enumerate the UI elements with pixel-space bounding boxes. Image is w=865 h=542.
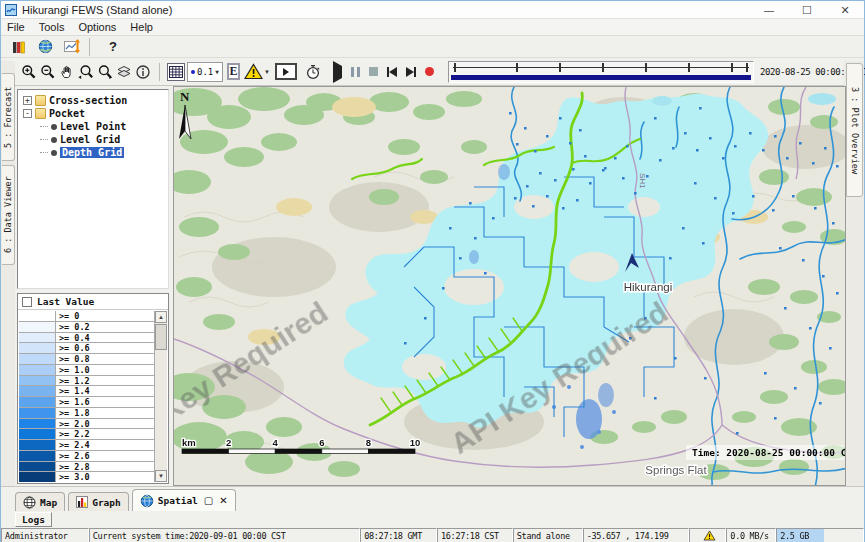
grid-display-icon[interactable] — [167, 63, 185, 81]
legend-row: >= 1.0 — [19, 365, 154, 376]
tree-item-pocket[interactable]: - Pocket — [18, 107, 168, 120]
slider-range-bar — [451, 75, 751, 80]
tab-data-viewer[interactable]: 6 : Data Viewer — [2, 165, 15, 265]
node-bullet-icon — [51, 137, 57, 143]
tab-spatial[interactable]: Spatial ▢ ✕ — [132, 489, 236, 511]
zoom-next-icon[interactable] — [95, 62, 114, 82]
wire-globe-icon — [23, 496, 36, 509]
animation-dialog-icon[interactable] — [275, 63, 297, 80]
legend-row: >= 2.6 — [19, 451, 154, 462]
slider-start-handle[interactable] — [454, 63, 456, 72]
filter-tree: + Cross-section - Pocket Level Point Lev… — [17, 89, 169, 289]
title-bar: Hikurangi FEWS (Stand alone) — ☐ ✕ — [1, 1, 864, 19]
status-memory: 2.5 GB — [776, 528, 864, 542]
grid-interval-dropdown[interactable]: 0.1 ▼ — [187, 62, 223, 82]
pause-button[interactable] — [351, 67, 360, 77]
status-user: Administrator — [1, 528, 89, 542]
legend-row: >= 2.4 — [19, 440, 154, 451]
last-value-label: Last Value — [37, 296, 94, 307]
window-title: Hikurangi FEWS (Stand alone) — [22, 4, 172, 16]
app-window: Hikurangi FEWS (Stand alone) — ☐ ✕ File … — [0, 0, 865, 542]
tab-graph[interactable]: Graph — [68, 492, 129, 511]
thresholds-dropdown[interactable]: ▼ — [244, 63, 270, 80]
app-icon — [5, 4, 17, 16]
map-globe-icon[interactable] — [36, 37, 55, 57]
bar-chart-icon — [76, 496, 88, 508]
timeseries-dialog-icon[interactable] — [63, 37, 82, 57]
warning-triangle-icon — [244, 63, 263, 80]
menu-bar: File Tools Options Help — [1, 19, 864, 36]
status-gmt-time: 08:27:18 GMT — [360, 528, 437, 542]
skip-to-start-button[interactable] — [387, 67, 397, 77]
tab-plot-overview[interactable]: 3 : Plot Overview — [846, 63, 863, 197]
tree-item-level-point[interactable]: Level Point — [18, 120, 168, 133]
stop-button[interactable] — [369, 67, 378, 76]
legend-row: >= 0 — [19, 311, 154, 322]
place-label-hikurangi: Hikurangi — [624, 281, 673, 293]
tree-item-cross-section[interactable]: + Cross-section — [18, 94, 168, 107]
skip-to-end-button[interactable] — [406, 67, 416, 77]
logs-button[interactable]: Logs — [15, 512, 52, 527]
status-bar: Administrator Current system time:2020-0… — [1, 528, 864, 542]
maximize-button[interactable]: ☐ — [788, 1, 826, 19]
legend-row: >= 0.8 — [19, 354, 154, 365]
map-time-overlay: Time: 2020-08-25 00:00:00 CST — [686, 445, 846, 460]
legend-row: >= 0.6 — [19, 343, 154, 354]
pan-hand-icon[interactable] — [57, 62, 76, 82]
time-slider[interactable] — [448, 61, 754, 83]
info-icon[interactable] — [133, 62, 152, 82]
help-icon[interactable]: ? — [109, 39, 117, 54]
tab-map[interactable]: Map — [15, 492, 65, 511]
legend-row: >= 1.8 — [19, 408, 154, 419]
menu-file[interactable]: File — [7, 21, 25, 33]
folder-icon — [35, 108, 46, 119]
scroll-up-icon[interactable]: ▲ — [155, 311, 167, 323]
record-button[interactable] — [425, 67, 434, 76]
scroll-thumb[interactable] — [155, 324, 167, 350]
legend-panel: Last Value >= 0 >= 0.2 >= 0.4 >= 0.6 >= … — [17, 293, 169, 484]
legend-row: >= 1.6 — [19, 397, 154, 408]
right-tab-strip: 3 : Plot Overview — [844, 61, 864, 486]
svg-text:10: 10 — [410, 437, 421, 448]
left-tab-strip: 5 : Forecast 6 : Data Viewer — [1, 61, 15, 486]
legend-row: >= 2.8 — [19, 462, 154, 473]
menu-options[interactable]: Options — [78, 21, 116, 33]
data-viewer-panel: + Cross-section - Pocket Level Point Lev… — [15, 86, 173, 486]
interval-value: 0.1 — [197, 67, 213, 77]
node-bullet-icon — [51, 150, 57, 156]
menu-help[interactable]: Help — [130, 21, 153, 33]
close-pane-icon[interactable]: ✕ — [219, 495, 227, 506]
minimize-button[interactable]: — — [750, 1, 788, 19]
zoom-in-icon[interactable] — [19, 62, 38, 82]
play-button[interactable] — [333, 66, 342, 78]
database-viewer-icon[interactable] — [9, 37, 28, 57]
close-button[interactable]: ✕ — [826, 1, 864, 19]
chevron-down-icon: ▼ — [264, 69, 270, 75]
status-warning-cell — [689, 528, 726, 542]
layers-icon[interactable] — [114, 62, 133, 82]
chevron-down-icon: ▼ — [215, 68, 219, 75]
map-canvas: API Key Required API Key Required N SH1 … — [174, 87, 846, 486]
tree-item-depth-grid[interactable]: Depth Grid — [18, 146, 168, 159]
menu-tools[interactable]: Tools — [39, 21, 65, 33]
last-value-checkbox[interactable] — [22, 297, 32, 307]
map-toolbar: 0.1 ▼ E ▼ 2020-08-25 00:00:00 CST — [1, 58, 864, 86]
map-viewport[interactable]: API Key Required API Key Required N SH1 … — [173, 86, 846, 486]
slider-end-handle[interactable] — [746, 63, 748, 72]
tree-item-level-grid[interactable]: Level Grid — [18, 133, 168, 146]
expand-icon[interactable]: + — [23, 96, 32, 105]
bottom-tab-bar: Map Graph Spatial ▢ ✕ — [1, 486, 864, 511]
legend-row: >= 2.2 — [19, 429, 154, 440]
legend-toggle-icon[interactable]: E — [227, 63, 240, 80]
legend-scrollbar[interactable]: ▲ ▼ — [154, 311, 167, 482]
timer-icon[interactable] — [304, 62, 323, 82]
restore-pane-icon[interactable]: ▢ — [204, 495, 213, 506]
globe-icon — [140, 494, 154, 508]
collapse-icon[interactable]: - — [23, 109, 32, 118]
scroll-down-icon[interactable]: ▼ — [155, 470, 167, 482]
zoom-previous-icon[interactable] — [76, 62, 95, 82]
zoom-out-icon[interactable] — [38, 62, 57, 82]
tab-forecast[interactable]: 5 : Forecast — [2, 73, 15, 161]
status-network-speed: 0.0 MB/s — [726, 528, 776, 542]
legend-table: >= 0 >= 0.2 >= 0.4 >= 0.6 >= 0.8 >= 1.0 … — [19, 311, 154, 482]
